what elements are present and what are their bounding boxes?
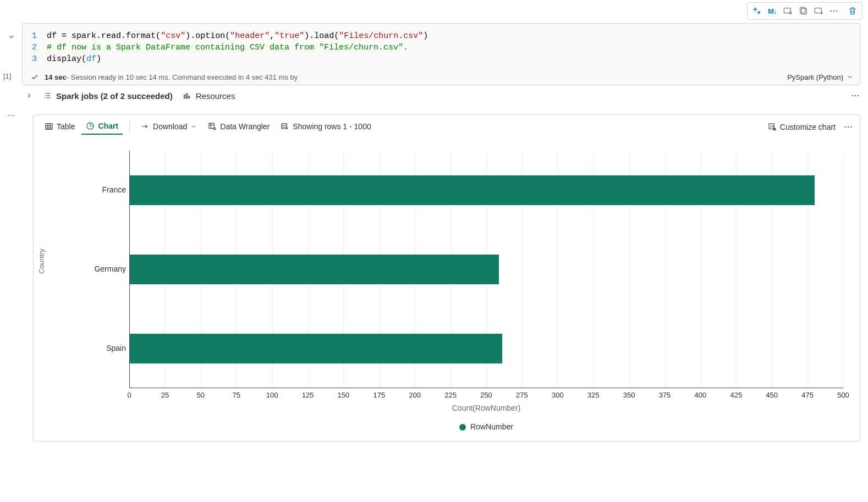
chart-x-tick-label: 200 xyxy=(409,391,421,399)
output-more-icon[interactable] xyxy=(850,91,860,101)
svg-point-6 xyxy=(836,10,837,12)
svg-rect-10 xyxy=(184,95,185,98)
rows-icon xyxy=(281,122,289,131)
code-line: 3display(df) xyxy=(31,53,851,65)
chart-x-tick-label: 275 xyxy=(516,391,528,399)
copy-cell-icon[interactable] xyxy=(796,4,810,18)
svg-point-18 xyxy=(213,128,216,130)
svg-point-14 xyxy=(855,95,856,96)
chart-area: Country 02550751001251501752002252502753… xyxy=(34,140,860,441)
download-icon xyxy=(141,122,150,131)
spark-jobs-label: Spark jobs (2 of 2 succeeded) xyxy=(56,91,173,101)
customize-chart-label: Customize chart xyxy=(780,123,836,131)
execution-status-row: 14 sec - Session ready in 10 sec 14 ms. … xyxy=(23,70,860,85)
code-editor[interactable]: 1df = spark.read.format("csv").option("h… xyxy=(23,24,860,70)
chart-bar[interactable] xyxy=(129,255,499,284)
chart-x-tick-label: 475 xyxy=(801,391,814,399)
wrangler-icon xyxy=(208,122,217,131)
chart-legend: RowNumber xyxy=(129,422,843,431)
collapse-cell-icon[interactable] xyxy=(8,33,15,41)
svg-rect-11 xyxy=(186,93,187,98)
chart-x-tick-label: 25 xyxy=(161,391,169,399)
svg-point-9 xyxy=(13,115,14,116)
delete-cell-icon[interactable] xyxy=(845,4,860,18)
chevron-down-icon xyxy=(847,74,853,80)
chart-x-axis xyxy=(129,388,843,388)
svg-point-22 xyxy=(845,126,846,128)
svg-point-7 xyxy=(8,115,9,116)
chart-xlabel: Count(RowNumber) xyxy=(129,404,843,412)
chart-x-tick-label: 50 xyxy=(197,391,205,399)
chart-icon xyxy=(86,122,95,130)
svg-rect-12 xyxy=(188,96,189,98)
svg-point-4 xyxy=(831,10,832,12)
chart-x-tick-label: 100 xyxy=(266,391,278,399)
chart-ylabel: Country xyxy=(37,249,46,274)
chart-category-label: Spain xyxy=(76,344,126,352)
customize-icon xyxy=(768,123,777,131)
download-button[interactable]: Download xyxy=(136,120,201,134)
svg-rect-17 xyxy=(209,123,214,128)
chart-category-label: France xyxy=(76,185,126,194)
tab-chart-label: Chart xyxy=(98,122,118,130)
chart-x-tick-label: 450 xyxy=(766,391,778,399)
output-gutter-more-icon[interactable] xyxy=(7,111,15,120)
legend-label: RowNumber xyxy=(470,422,513,431)
chart-x-tick-label: 425 xyxy=(730,391,742,399)
svg-point-15 xyxy=(858,95,859,96)
line-number: 3 xyxy=(31,53,47,65)
chart-x-tick-label: 500 xyxy=(837,391,849,399)
chart-x-tick-label: 325 xyxy=(587,391,600,399)
copilot-icon[interactable] xyxy=(750,4,764,18)
list-icon xyxy=(43,91,52,100)
svg-rect-3 xyxy=(815,8,821,13)
line-number: 2 xyxy=(31,42,47,53)
svg-point-5 xyxy=(833,10,834,12)
clear-output-icon[interactable] xyxy=(781,4,795,18)
output-toolbar: Table Chart Download Data Wrangler xyxy=(34,115,860,140)
language-label: PySpark (Python) xyxy=(787,73,843,81)
data-wrangler-button[interactable]: Data Wrangler xyxy=(204,120,274,134)
chart-x-tick-label: 400 xyxy=(695,391,707,399)
exec-duration: 14 sec xyxy=(45,73,67,81)
rows-indicator[interactable]: Showing rows 1 - 1000 xyxy=(276,120,375,134)
tab-table[interactable]: Table xyxy=(40,120,79,134)
tab-chart[interactable]: Chart xyxy=(81,119,123,135)
code-cell: 1df = spark.read.format("csv").option("h… xyxy=(22,23,860,85)
chart-bar[interactable] xyxy=(129,334,502,363)
chart-bar[interactable] xyxy=(129,175,815,205)
svg-point-23 xyxy=(848,126,849,128)
markdown-toggle[interactable]: M↓ xyxy=(765,4,779,18)
resources-icon xyxy=(183,91,191,100)
chart-x-tick-label: 375 xyxy=(659,391,671,399)
chart-x-tick-label: 175 xyxy=(373,391,385,399)
chart-x-tick-label: 350 xyxy=(623,391,635,399)
customize-chart-button[interactable]: Customize chart xyxy=(768,123,836,131)
cell-index-label: [1] xyxy=(3,72,11,80)
svg-rect-19 xyxy=(282,124,287,129)
output-summary-row: Spark jobs (2 of 2 succeeded) Resources xyxy=(25,91,860,101)
chart-category-label: Germany xyxy=(76,264,126,273)
output-chart-more-icon[interactable] xyxy=(843,122,853,132)
data-wrangler-label: Data Wrangler xyxy=(220,122,270,131)
download-label: Download xyxy=(153,122,187,131)
resources-button[interactable]: Resources xyxy=(183,91,235,101)
spark-jobs-button[interactable]: Spark jobs (2 of 2 succeeded) xyxy=(43,91,173,101)
success-check-icon xyxy=(30,73,39,81)
expand-output-icon[interactable] xyxy=(25,92,33,100)
chart-x-tick-label: 125 xyxy=(302,391,314,399)
chart-x-tick-label: 300 xyxy=(552,391,564,399)
chart-x-tick-label: 0 xyxy=(127,391,131,399)
language-selector[interactable]: PySpark (Python) xyxy=(787,73,853,81)
add-below-icon[interactable] xyxy=(811,4,826,18)
more-actions-icon[interactable] xyxy=(827,4,841,18)
svg-point-8 xyxy=(10,115,12,116)
resources-label: Resources xyxy=(196,91,235,101)
chart-x-tick-label: 225 xyxy=(444,391,457,399)
chart-x-tick-label: 250 xyxy=(480,391,492,399)
code-line: 1df = spark.read.format("csv").option("h… xyxy=(31,30,851,42)
chart-y-axis xyxy=(129,151,130,388)
chevron-down-icon xyxy=(190,123,197,130)
svg-point-13 xyxy=(852,95,853,96)
chart-gridline xyxy=(843,151,844,388)
